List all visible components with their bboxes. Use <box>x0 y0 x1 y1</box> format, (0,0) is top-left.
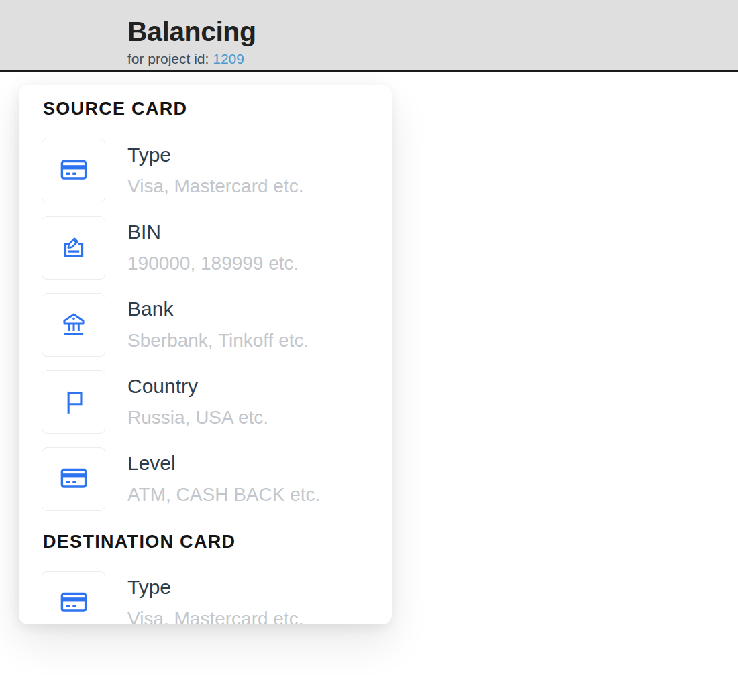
item-hint: Visa, Mastercard etc. <box>127 609 303 624</box>
item-label: Type <box>127 143 303 166</box>
item-icon-box <box>42 216 105 280</box>
item-text: CountryRussia, USA etc. <box>127 370 268 427</box>
edit-icon <box>58 231 90 266</box>
credit-card-icon <box>57 585 91 622</box>
item-hint: Sberbank, Tinkoff etc. <box>127 331 309 350</box>
project-id-link[interactable]: 1209 <box>213 51 244 66</box>
item-text: TypeVisa, Mastercard etc. <box>127 571 303 624</box>
item-hint: Visa, Mastercard etc. <box>127 177 303 196</box>
bank-icon <box>58 308 89 342</box>
item-icon-box <box>42 571 105 624</box>
item-label: Country <box>127 374 268 398</box>
item-icon-box <box>42 370 105 434</box>
item-text: TypeVisa, Mastercard etc. <box>127 139 303 196</box>
item-icon-box <box>42 447 105 511</box>
item-label: BIN <box>127 220 299 243</box>
item-icon-box <box>42 139 105 202</box>
item-hint: ATM, CASH BACK etc. <box>127 485 320 504</box>
item-hint: 190000, 189999 etc. <box>127 254 299 273</box>
page-title: Balancing <box>127 18 738 46</box>
item-hint: Russia, USA etc. <box>127 408 268 427</box>
list-item[interactable]: BIN190000, 189999 etc. <box>42 216 373 280</box>
list-item[interactable]: CountryRussia, USA etc. <box>42 370 373 434</box>
list-item[interactable]: BankSberbank, Tinkoff etc. <box>42 293 373 357</box>
item-icon-box <box>42 293 105 357</box>
balancing-settings-panel: SOURCE CARDTypeVisa, Mastercard etc.BIN1… <box>19 85 392 624</box>
item-text: LevelATM, CASH BACK etc. <box>127 447 320 504</box>
item-text: BIN190000, 189999 etc. <box>127 216 299 273</box>
list-item[interactable]: TypeVisa, Mastercard etc. <box>42 571 373 624</box>
item-label: Bank <box>127 297 309 320</box>
item-label: Level <box>127 451 320 475</box>
item-label: Type <box>127 575 303 599</box>
credit-card-icon <box>57 153 91 189</box>
page-subtitle: for project id: 1209 <box>127 51 738 67</box>
subtitle-prefix: for project id: <box>127 51 209 66</box>
item-text: BankSberbank, Tinkoff etc. <box>127 293 309 350</box>
list-item[interactable]: LevelATM, CASH BACK etc. <box>42 447 373 511</box>
page-header: Balancing for project id: 1209 <box>0 0 738 72</box>
credit-card-icon <box>57 461 91 498</box>
flag-icon <box>58 386 89 419</box>
section-title: DESTINATION CARD <box>43 533 373 550</box>
list-item[interactable]: TypeVisa, Mastercard etc. <box>42 139 373 202</box>
section-title: SOURCE CARD <box>43 100 373 117</box>
